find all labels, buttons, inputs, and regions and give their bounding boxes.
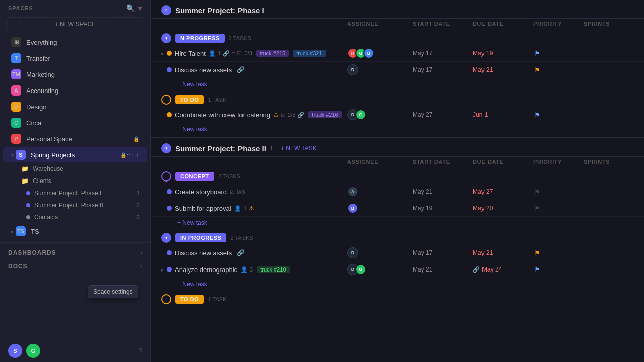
- status-circle[interactable]: [161, 171, 171, 182]
- avatar: G: [355, 264, 366, 275]
- sidebar-item-label: Circa: [26, 119, 139, 127]
- task-tag[interactable]: truck #215: [256, 50, 289, 57]
- due-date-cell: May 20: [473, 205, 533, 212]
- task-count: 1 TASK: [208, 97, 226, 103]
- col-name: [161, 159, 347, 165]
- status-group-header: TO DO 1 TASK: [151, 90, 644, 107]
- new-task-button[interactable]: + New task: [151, 123, 644, 135]
- collapse-icon[interactable]: ▾: [138, 4, 142, 12]
- ts-icon: TS: [16, 226, 26, 236]
- assignee-avatars: D: [347, 64, 358, 75]
- chevron-right-icon: ›: [140, 262, 142, 270]
- avatar: G: [355, 109, 366, 120]
- meta-count: 2/3: [288, 112, 295, 118]
- user-avatar-2[interactable]: G: [26, 344, 40, 358]
- assignee-cell: D: [347, 247, 413, 258]
- task-tag[interactable]: truck #210: [257, 266, 289, 273]
- new-task-section-button[interactable]: + NEW TASK: [277, 144, 321, 153]
- search-icon[interactable]: 🔍: [126, 4, 135, 12]
- add-icon[interactable]: +: [135, 151, 139, 159]
- task-dot: [167, 206, 172, 211]
- status-circle[interactable]: [161, 294, 171, 304]
- task-dot: [167, 250, 172, 255]
- table-row[interactable]: ▸ Discuss new assets 🔗 D May 17 May 21 ⚑: [151, 245, 644, 261]
- expand-icon[interactable]: ▸: [161, 267, 164, 273]
- table-row[interactable]: ▸ Analyze demographic 👤 3 truck #210 D G: [151, 261, 644, 278]
- task-name: Analyze demographic: [175, 266, 237, 274]
- col-assignee: ASSIGNEE: [347, 21, 413, 27]
- section-collapse-circle[interactable]: ▾: [161, 143, 171, 153]
- task-dot: [167, 51, 172, 56]
- list-count: 5: [136, 202, 139, 208]
- due-date-cell: May 19: [473, 50, 533, 57]
- sidebar-item-spring-projects[interactable]: ▾ S Spring Projects 🔒 ⋯ +: [3, 147, 147, 162]
- help-icon[interactable]: ?: [138, 347, 142, 355]
- task-tag[interactable]: truck #216: [308, 111, 341, 118]
- sidebar-item-accounting[interactable]: A Accounting: [3, 83, 147, 98]
- priority-flag-icon: ⚑: [533, 204, 541, 212]
- assignee-cell: B: [347, 203, 413, 214]
- meta-count: 0/3: [237, 189, 245, 195]
- sidebar-item-label: Everything: [26, 39, 139, 46]
- link-icon: 🔗: [473, 266, 480, 273]
- task-count: 2 TASKS: [218, 173, 240, 179]
- new-task-button[interactable]: + New task: [151, 78, 644, 90]
- avatar: D: [347, 64, 358, 75]
- task-count: 2 TASKS: [230, 235, 253, 241]
- table-row[interactable]: ▸ Hire Talent 👤 1 🔗 = ☑ 0/3 truck #215 t…: [151, 45, 644, 62]
- table-row[interactable]: ▸ Create storyboard ☑ 0/3 A May 21 May 2…: [151, 184, 644, 200]
- due-date-cell: Jun 1: [473, 111, 533, 118]
- dashboards-section[interactable]: DASHBOARDS ›: [0, 246, 150, 259]
- more-icon[interactable]: ⋯: [126, 151, 133, 159]
- col-priority: PRIORITY: [533, 159, 584, 165]
- table-row[interactable]: ▸ Coordinate with crew for catering ⚠ ☑ …: [151, 107, 644, 123]
- list-count: 3: [136, 190, 139, 196]
- sidebar-item-marketing[interactable]: TM Marketing: [3, 67, 147, 82]
- status-circle[interactable]: [161, 95, 171, 105]
- sidebar-item-circa[interactable]: C Circa: [3, 115, 147, 130]
- folder-icon: 📁: [21, 177, 29, 185]
- assignee-cell: A: [347, 186, 413, 197]
- sidebar-item-design[interactable]: D Design: [3, 99, 147, 114]
- task-count: 2 TASKS: [229, 35, 251, 41]
- warning-icon: ⚠: [249, 205, 254, 212]
- priority-cell: ⚑: [533, 49, 584, 57]
- col-due-date: DUE DATE: [473, 21, 533, 27]
- sidebar-list-summer-phase1[interactable]: Summer Project: Phase I 3: [3, 188, 147, 199]
- task-count: 1 TASK: [208, 296, 226, 302]
- status-circle[interactable]: ▾: [161, 233, 171, 243]
- status-badge: IN PROGRESS: [175, 233, 226, 242]
- table-row[interactable]: ▸ Submit for approval 👤 1 ⚠ B May 19 May…: [151, 200, 644, 217]
- sidebar-item-ts[interactable]: ▸ TS TS: [3, 224, 147, 239]
- start-date-cell: May 17: [413, 66, 473, 73]
- equals-icon: =: [232, 50, 235, 56]
- expand-chevron-icon: ▸: [11, 229, 14, 234]
- section-collapse-circle[interactable]: ✓: [161, 5, 171, 15]
- sidebar-item-everything[interactable]: ⊞ Everything: [3, 35, 147, 50]
- task-tag[interactable]: truck #321: [293, 50, 326, 57]
- status-circle[interactable]: ▾: [161, 33, 171, 43]
- new-space-button[interactable]: + NEW SPACE: [6, 17, 144, 31]
- check-icon: ☑: [230, 189, 235, 195]
- sidebar-sub-folder-clients[interactable]: 📁 Clients: [3, 175, 147, 187]
- section-summer-phase2: ▾ Summer Project: Phase II ℹ + NEW TASK …: [151, 137, 644, 306]
- sidebar-item-personal-space[interactable]: P Personal Space 🔒 Space settings: [3, 131, 147, 146]
- sidebar-list-contacts[interactable]: Contacts 5: [3, 212, 147, 223]
- sidebar-item-transfer[interactable]: T Transfer: [3, 51, 147, 66]
- new-task-button[interactable]: + New task: [151, 278, 644, 290]
- chevron-right-icon: ›: [140, 249, 142, 256]
- status-group-in-progress-1: ▾ N PROGRESS 2 TASKS ▸ Hire Talent 👤 1 🔗…: [151, 29, 644, 90]
- info-icon[interactable]: ℹ: [270, 145, 273, 152]
- user-avatar[interactable]: S: [8, 344, 22, 358]
- warning-icon: ⚠: [273, 111, 279, 118]
- task-name: Discuss new assets: [175, 66, 232, 74]
- expand-icon[interactable]: ▸: [161, 51, 164, 56]
- priority-cell: ⚑: [533, 265, 584, 274]
- sidebar-list-summer-phase2[interactable]: Summer Project: Phase II 5: [3, 200, 147, 211]
- new-task-button[interactable]: + New task: [151, 217, 644, 229]
- docs-section[interactable]: DOCS ›: [0, 259, 150, 273]
- table-row[interactable]: ▸ Discuss new assets 🔗 D May 17 May 21 ⚑: [151, 62, 644, 78]
- sidebar-sub-folder-warehouse[interactable]: 📁 Warehouse: [3, 163, 147, 174]
- priority-flag-icon: ⚑: [533, 111, 541, 119]
- check-icon: ☑: [237, 50, 242, 57]
